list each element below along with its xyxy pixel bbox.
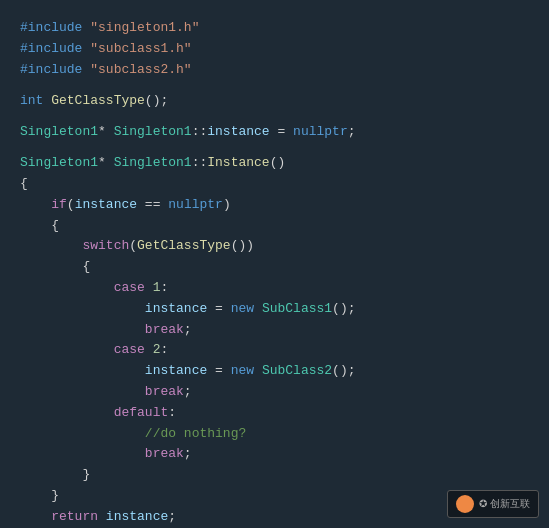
code-line — [20, 112, 529, 122]
code-line: { — [20, 216, 529, 237]
code-line: Singleton1* Singleton1::Instance() — [20, 153, 529, 174]
code-line: if(instance == nullptr) — [20, 195, 529, 216]
code-line: instance = new SubClass2(); — [20, 361, 529, 382]
code-editor: #include "singleton1.h"#include "subclas… — [0, 0, 549, 528]
code-line: int GetClassType(); — [20, 91, 529, 112]
code-line: //do nothing? — [20, 424, 529, 445]
code-line: { — [20, 174, 529, 195]
watermark-text: ✪ 创新互联 — [479, 496, 530, 512]
code-line — [20, 80, 529, 90]
code-line: break; — [20, 320, 529, 341]
code-line: } — [20, 465, 529, 486]
code-line: default: — [20, 403, 529, 424]
code-line: { — [20, 257, 529, 278]
watermark: ✪ 创新互联 — [447, 490, 539, 518]
code-line: #include "subclass2.h" — [20, 60, 529, 81]
code-line: case 2: — [20, 340, 529, 361]
code-line — [20, 143, 529, 153]
code-line: break; — [20, 382, 529, 403]
code-line: Singleton1* Singleton1::instance = nullp… — [20, 122, 529, 143]
code-line: #include "singleton1.h" — [20, 18, 529, 39]
watermark-logo — [456, 495, 474, 513]
code-line: instance = new SubClass1(); — [20, 299, 529, 320]
code-line: #include "subclass1.h" — [20, 39, 529, 60]
code-line: switch(GetClassType()) — [20, 236, 529, 257]
code-line: case 1: — [20, 278, 529, 299]
code-line: break; — [20, 444, 529, 465]
